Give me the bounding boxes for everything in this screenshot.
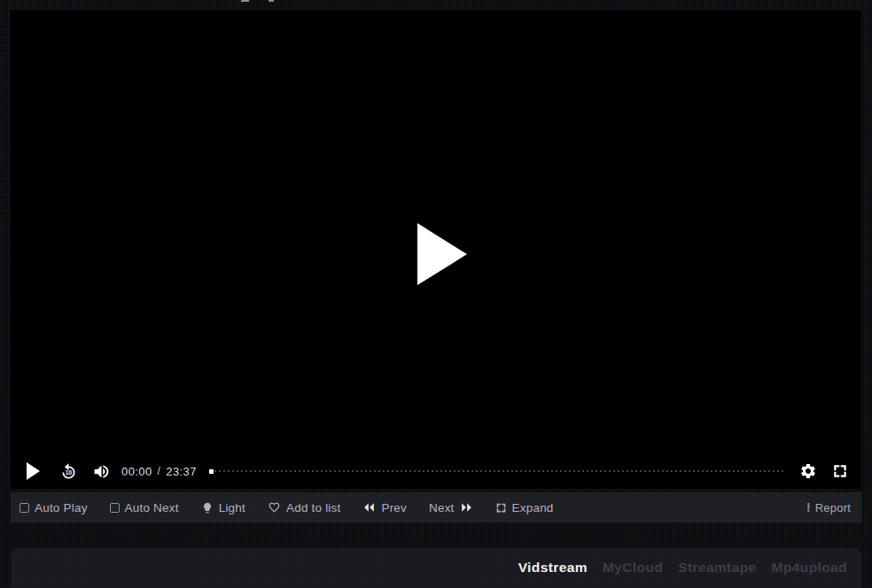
fullscreen-button[interactable] [831,462,849,480]
report-button[interactable]: ! Report [806,500,851,514]
light-toggle[interactable]: Light [201,501,245,514]
checkbox-icon[interactable] [19,503,29,513]
prev-icon [362,502,376,513]
auto-next-label: Auto Next [125,501,179,514]
next-label: Next [429,501,455,514]
exclamation-icon: ! [806,500,811,514]
auto-play-label: Auto Play [35,501,88,514]
duration: 23:37 [166,465,197,478]
current-time: 00:00 [121,465,152,478]
auto-next-toggle[interactable]: Auto Next [110,501,179,514]
prev-label: Prev [381,501,407,514]
player-toolbar: Auto Play Auto Next Light Add to list [11,492,861,522]
server-tab-streamtape[interactable]: Streamtape [678,560,756,576]
progress-bar[interactable] [209,465,785,477]
page: 10 00:00 / 23:37 [0,0,872,588]
time-separator: / [158,465,161,477]
lightbulb-icon [201,501,214,514]
video-player[interactable]: 10 00:00 / 23:37 [11,11,861,489]
light-label: Light [219,501,245,514]
add-to-list-button[interactable]: Add to list [268,501,340,514]
volume-icon [92,462,111,481]
toolbar-left-group: Auto Play Auto Next Light Add to list [19,501,554,514]
clipped-text-fragment [269,0,274,2]
gear-icon [799,462,817,480]
progress-track[interactable] [214,470,785,472]
next-episode-button[interactable]: Next [429,501,473,514]
time-display: 00:00 / 23:37 [121,465,197,478]
playhead[interactable] [209,469,214,474]
rewind-10-icon: 10 [59,462,78,481]
report-label: Report [815,501,851,514]
clipped-text-fragment [241,0,249,2]
fullscreen-icon [831,462,849,480]
settings-button[interactable] [799,462,817,480]
player-controls-bar: 10 00:00 / 23:37 [11,453,861,489]
volume-button[interactable] [92,462,111,481]
server-tab-mp4upload[interactable]: Mp4upload [772,560,847,576]
server-tab-vidstream[interactable]: Vidstream [518,560,588,576]
rewind-10-button[interactable]: 10 [59,462,78,481]
checkbox-icon[interactable] [110,503,120,513]
heart-icon [268,501,281,514]
server-tab-mycloud[interactable]: MyCloud [603,560,663,576]
auto-play-toggle[interactable]: Auto Play [19,501,88,514]
big-play-button[interactable] [417,223,467,285]
servers-panel: Vidstream MyCloud Streamtape Mp4upload [11,547,861,588]
add-to-list-label: Add to list [286,501,340,514]
expand-label: Expand [512,501,554,514]
next-icon [460,502,473,513]
svg-text:10: 10 [66,469,73,476]
expand-button[interactable]: Expand [495,501,554,514]
prev-episode-button[interactable]: Prev [362,501,407,514]
play-button[interactable] [27,462,40,480]
expand-icon [495,502,507,514]
play-icon [27,462,40,480]
